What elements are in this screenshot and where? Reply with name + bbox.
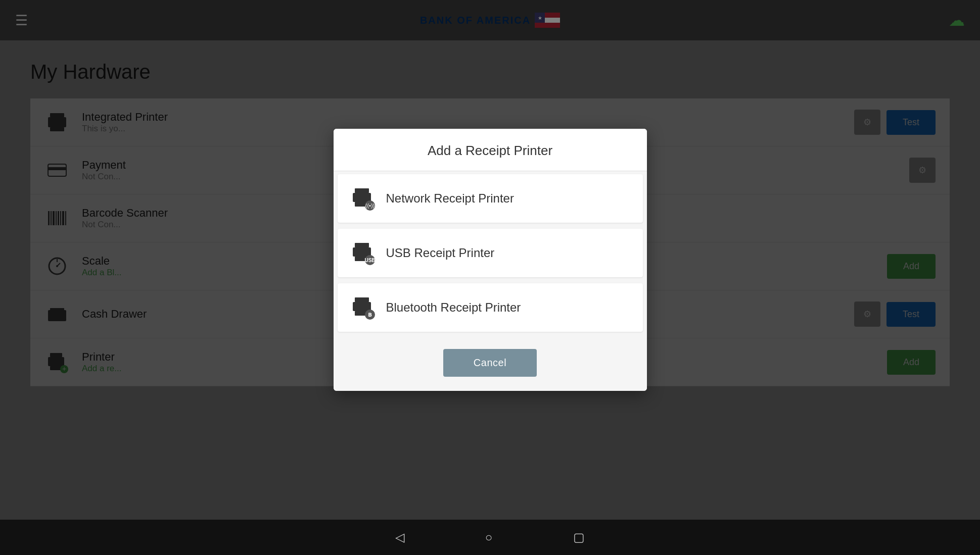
svg-rect-31 — [355, 188, 369, 193]
printer-usb-icon: USB — [350, 240, 376, 266]
dialog-options-list: ((•)) Network Receipt Printer USB — [334, 171, 647, 335]
dialog-footer: Cancel — [334, 335, 647, 391]
svg-text:USB: USB — [364, 258, 375, 263]
svg-rect-42 — [353, 302, 371, 311]
printer-wifi-icon: ((•)) — [350, 185, 376, 212]
cancel-button[interactable]: Cancel — [443, 349, 537, 377]
option-label-network: Network Receipt Printer — [386, 191, 514, 206]
svg-rect-41 — [355, 297, 369, 302]
android-nav: ◁ ○ ▢ — [0, 520, 980, 555]
svg-text:ʙ: ʙ — [368, 311, 372, 318]
add-printer-dialog: Add a Receipt Printer ((•)) Network Rece… — [334, 129, 647, 391]
option-usb-printer[interactable]: USB USB Receipt Printer — [338, 229, 643, 277]
option-label-bluetooth: Bluetooth Receipt Printer — [386, 300, 521, 315]
svg-text:((•)): ((•)) — [365, 203, 375, 209]
option-network-printer[interactable]: ((•)) Network Receipt Printer — [338, 174, 643, 223]
dialog-overlay: Add a Receipt Printer ((•)) Network Rece… — [0, 0, 980, 520]
home-button[interactable]: ○ — [485, 530, 493, 544]
recents-button[interactable]: ▢ — [573, 530, 585, 544]
svg-rect-36 — [355, 243, 369, 247]
option-bluetooth-printer[interactable]: ʙ Bluetooth Receipt Printer — [338, 283, 643, 332]
svg-rect-32 — [353, 193, 371, 202]
back-button[interactable]: ◁ — [395, 530, 404, 544]
dialog-title: Add a Receipt Printer — [334, 129, 647, 171]
svg-rect-37 — [353, 247, 371, 257]
option-label-usb: USB Receipt Printer — [386, 246, 495, 260]
printer-bluetooth-icon: ʙ — [350, 294, 376, 321]
